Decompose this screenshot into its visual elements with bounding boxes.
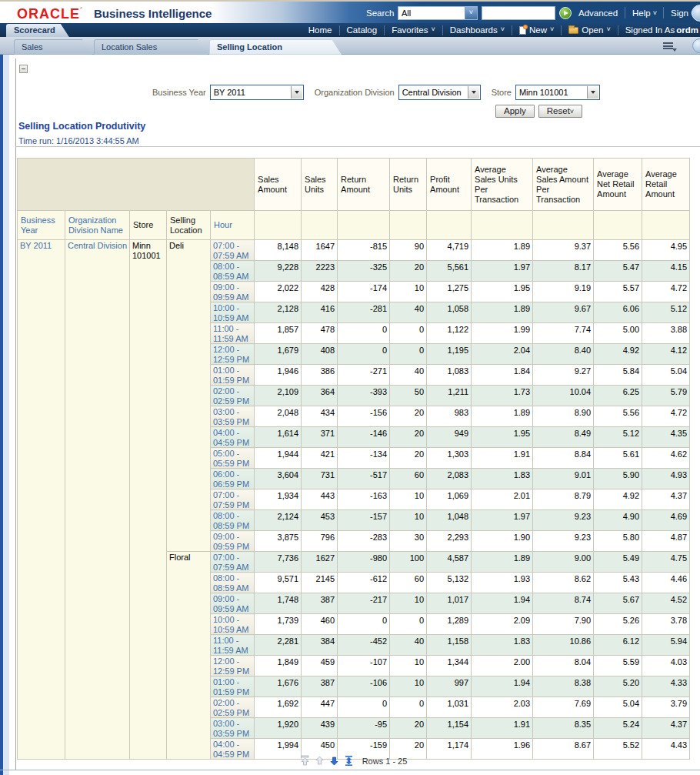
bottom-divider bbox=[0, 770, 700, 770]
measure-cell: 9.01 bbox=[533, 469, 594, 489]
chevron-down-icon[interactable] bbox=[587, 86, 598, 99]
nav-catalog[interactable]: Catalog bbox=[347, 25, 378, 35]
measure-cell: 2,281 bbox=[255, 635, 302, 656]
nav-links: Home Catalog Favorites˅ Dashboards˅ New˅… bbox=[302, 23, 700, 37]
measure-cell: 4,719 bbox=[427, 240, 472, 261]
measure-cell: 50 bbox=[390, 386, 427, 406]
measure-cell: 10 bbox=[390, 510, 427, 531]
measure-cell: 5.67 bbox=[594, 593, 642, 614]
hour-link[interactable]: 01:00 - 01:59 PM bbox=[211, 365, 255, 386]
hour-link[interactable]: 10:00 - 10:59 AM bbox=[211, 614, 255, 635]
first-page-icon[interactable] bbox=[299, 755, 311, 767]
scorecard-tab[interactable]: Scorecard bbox=[6, 24, 69, 37]
hour-link[interactable]: 12:00 - 12:59 PM bbox=[211, 656, 255, 676]
hour-link[interactable]: 07:00 - 07:59 AM bbox=[211, 552, 255, 573]
reset-button[interactable]: Reset˅ bbox=[538, 105, 582, 118]
col-header-avg-net-retail-amount: Average Net Retail Amount bbox=[594, 159, 642, 211]
hour-link[interactable]: 09:00 - 09:59 PM bbox=[211, 531, 255, 552]
hour-link[interactable]: 08:00 - 08:59 PM bbox=[211, 510, 255, 531]
hour-link[interactable]: 02:00 - 02:59 PM bbox=[211, 386, 255, 406]
hour-link[interactable]: 11:00 - 11:59 AM bbox=[211, 635, 255, 656]
measure-cell: 5.47 bbox=[594, 261, 642, 282]
hour-link[interactable]: 03:00 - 03:59 PM bbox=[211, 406, 255, 427]
nav-new[interactable]: New˅ bbox=[519, 25, 554, 35]
tab-sales-productivity[interactable]: Sales Productivity bbox=[14, 39, 92, 55]
measure-cell: 4.37 bbox=[642, 489, 690, 510]
measure-cell: 0 bbox=[338, 614, 390, 635]
hour-link[interactable]: 09:00 - 09:59 AM bbox=[211, 593, 255, 614]
hour-link[interactable]: 11:00 - 11:59 AM bbox=[211, 323, 255, 344]
page-options-icon[interactable] bbox=[663, 42, 677, 52]
chevron-down-icon[interactable]: ˅ bbox=[465, 7, 477, 19]
measure-cell: 5.12 bbox=[594, 427, 642, 448]
hour-link[interactable]: 12:00 - 12:59 PM bbox=[211, 344, 255, 365]
chevron-down-icon[interactable] bbox=[468, 86, 479, 99]
hour-link[interactable]: 10:00 - 10:59 AM bbox=[211, 302, 255, 323]
search-input[interactable] bbox=[482, 6, 555, 20]
advanced-link[interactable]: Advanced bbox=[578, 8, 618, 18]
measure-cell: -163 bbox=[338, 489, 390, 510]
measure-cell: 8.74 bbox=[533, 593, 594, 614]
col-header-organization-division-name[interactable]: Organization Division Name bbox=[65, 211, 130, 240]
help-menu[interactable]: Help ˅ bbox=[632, 8, 657, 18]
measure-cell: 439 bbox=[302, 718, 338, 739]
nav-dashboards[interactable]: Dashboards˅ bbox=[450, 25, 505, 35]
org-division-select[interactable]: Central Division bbox=[398, 85, 481, 100]
chevron-down-icon[interactable] bbox=[291, 86, 302, 99]
division-cell[interactable]: Central Division bbox=[65, 240, 130, 760]
measure-cell: 1.94 bbox=[472, 676, 533, 697]
measure-cell: 20 bbox=[390, 261, 427, 282]
collapse-section-icon[interactable] bbox=[19, 65, 28, 73]
hour-link[interactable]: 02:00 - 02:59 PM bbox=[211, 697, 255, 718]
measure-header-row: Sales Amount Sales Units Return Amount R… bbox=[18, 159, 690, 211]
nav-home[interactable]: Home bbox=[308, 25, 332, 35]
measure-cell: 1,031 bbox=[427, 697, 472, 718]
business-year-cell[interactable]: BY 2011 bbox=[18, 240, 65, 760]
search-scope-select[interactable]: All ˅ bbox=[398, 6, 478, 20]
nav-open[interactable]: Open˅ bbox=[568, 25, 610, 35]
measure-cell: 6.12 bbox=[594, 635, 642, 656]
help-circle-icon[interactable] bbox=[692, 38, 700, 53]
measure-cell: 5.49 bbox=[594, 552, 642, 573]
apply-button[interactable]: Apply bbox=[495, 105, 535, 118]
measure-cell: 4.15 bbox=[642, 261, 690, 282]
measure-cell: 9.37 bbox=[533, 240, 594, 261]
hour-link[interactable]: 07:00 - 07:59 PM bbox=[211, 489, 255, 510]
measure-cell: 1.94 bbox=[472, 593, 533, 614]
measure-cell: 10 bbox=[390, 282, 427, 302]
col-header-hour[interactable]: Hour bbox=[211, 211, 255, 240]
measure-cell: 2,083 bbox=[427, 469, 472, 489]
measure-cell: 40 bbox=[390, 365, 427, 386]
hour-link[interactable]: 01:00 - 01:59 PM bbox=[211, 676, 255, 697]
tab-selling-location-produtivity[interactable]: Selling Location Produtivity bbox=[209, 39, 342, 55]
measure-cell: 1.97 bbox=[472, 510, 533, 531]
business-year-select[interactable]: BY 2011 bbox=[210, 85, 304, 100]
nav-favorites[interactable]: Favorites˅ bbox=[392, 25, 435, 35]
measure-cell: 997 bbox=[427, 676, 472, 697]
oracle-logo: ORACLE´ bbox=[17, 6, 83, 22]
measure-cell: 949 bbox=[427, 427, 472, 448]
measure-cell: 5.94 bbox=[642, 635, 690, 656]
previous-page-icon[interactable] bbox=[314, 755, 325, 767]
store-select[interactable]: Minn 101001 bbox=[515, 85, 600, 100]
hour-link[interactable]: 07:00 - 07:59 AM bbox=[211, 240, 255, 261]
hour-link[interactable]: 08:00 - 08:59 AM bbox=[211, 261, 255, 282]
header-corner-cell bbox=[18, 159, 255, 211]
measure-cell: 4.46 bbox=[642, 573, 690, 593]
measure-cell: 731 bbox=[302, 469, 338, 489]
next-page-icon[interactable] bbox=[328, 755, 340, 767]
col-header-business-year[interactable]: Business Year bbox=[18, 211, 65, 240]
help-circle-icon[interactable] bbox=[692, 5, 700, 22]
search-go-icon[interactable] bbox=[559, 7, 572, 19]
measure-cell: 0 bbox=[390, 323, 427, 344]
tab-location-sales-productivity[interactable]: Location Sales Productivity bbox=[94, 39, 208, 55]
measure-cell: 1.89 bbox=[472, 302, 533, 323]
max-rows-icon[interactable] bbox=[343, 755, 355, 767]
rows-range-label: Rows 1 - 25 bbox=[362, 757, 408, 766]
hour-link[interactable]: 04:00 - 04:59 PM bbox=[211, 427, 255, 448]
hour-link[interactable]: 03:00 - 03:59 PM bbox=[211, 718, 255, 739]
hour-link[interactable]: 09:00 - 09:59 AM bbox=[211, 282, 255, 302]
hour-link[interactable]: 08:00 - 08:59 AM bbox=[211, 573, 255, 593]
hour-link[interactable]: 06:00 - 06:59 PM bbox=[211, 469, 255, 489]
hour-link[interactable]: 05:00 - 05:59 PM bbox=[211, 448, 255, 469]
